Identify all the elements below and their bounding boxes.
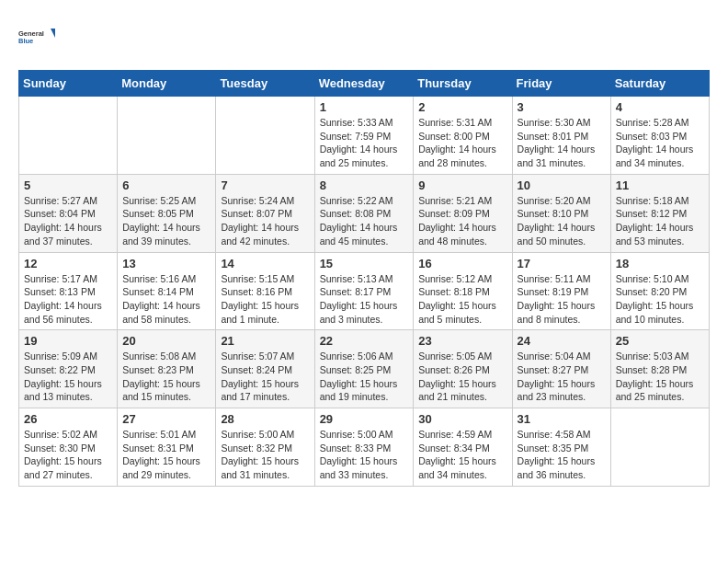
calendar-table: SundayMondayTuesdayWednesdayThursdayFrid…: [18, 70, 710, 487]
day-number: 31: [518, 412, 606, 426]
svg-marker-2: [51, 29, 55, 38]
day-info: Sunrise: 5:20 AM Sunset: 8:10 PM Dayligh…: [518, 194, 606, 248]
calendar-cell: 12Sunrise: 5:17 AM Sunset: 8:13 PM Dayli…: [19, 252, 118, 330]
calendar-cell: 7Sunrise: 5:24 AM Sunset: 8:07 PM Daylig…: [216, 174, 314, 252]
calendar-cell: 27Sunrise: 5:01 AM Sunset: 8:31 PM Dayli…: [118, 408, 216, 487]
calendar-cell: 11Sunrise: 5:18 AM Sunset: 8:12 PM Dayli…: [610, 174, 709, 252]
day-number: 5: [24, 178, 112, 192]
day-info: Sunrise: 5:17 AM Sunset: 8:13 PM Dayligh…: [24, 272, 112, 327]
calendar-cell: 20Sunrise: 5:08 AM Sunset: 8:23 PM Dayli…: [118, 330, 216, 408]
calendar-cell: [610, 408, 709, 487]
calendar-week-row: 5Sunrise: 5:27 AM Sunset: 8:04 PM Daylig…: [19, 174, 710, 252]
day-of-week-header: Saturday: [610, 71, 709, 97]
day-info: Sunrise: 5:15 AM Sunset: 8:16 PM Dayligh…: [221, 272, 309, 327]
page-header: General Blue: [18, 18, 710, 55]
day-info: Sunrise: 5:03 AM Sunset: 8:28 PM Dayligh…: [616, 350, 704, 404]
day-number: 10: [518, 178, 606, 192]
calendar-cell: [118, 97, 216, 175]
calendar-cell: 18Sunrise: 5:10 AM Sunset: 8:20 PM Dayli…: [610, 252, 709, 330]
svg-text:General: General: [18, 29, 44, 38]
calendar-cell: 5Sunrise: 5:27 AM Sunset: 8:04 PM Daylig…: [19, 174, 118, 252]
calendar-cell: 4Sunrise: 5:28 AM Sunset: 8:03 PM Daylig…: [610, 97, 709, 175]
day-number: 19: [24, 334, 112, 348]
calendar-cell: [19, 97, 118, 175]
day-number: 24: [518, 334, 606, 348]
day-info: Sunrise: 5:25 AM Sunset: 8:05 PM Dayligh…: [122, 194, 210, 248]
day-number: 29: [320, 412, 409, 426]
day-info: Sunrise: 5:09 AM Sunset: 8:22 PM Dayligh…: [24, 350, 112, 404]
day-number: 30: [418, 412, 506, 426]
day-info: Sunrise: 5:28 AM Sunset: 8:03 PM Dayligh…: [616, 116, 704, 170]
day-number: 7: [221, 178, 309, 192]
calendar-cell: 25Sunrise: 5:03 AM Sunset: 8:28 PM Dayli…: [610, 330, 709, 408]
svg-text:Blue: Blue: [18, 37, 33, 45]
calendar-cell: 30Sunrise: 4:59 AM Sunset: 8:34 PM Dayli…: [414, 408, 512, 487]
calendar-cell: 9Sunrise: 5:21 AM Sunset: 8:09 PM Daylig…: [414, 174, 512, 252]
calendar-cell: 17Sunrise: 5:11 AM Sunset: 8:19 PM Dayli…: [512, 252, 610, 330]
day-of-week-header: Sunday: [19, 71, 118, 97]
calendar-cell: 15Sunrise: 5:13 AM Sunset: 8:17 PM Dayli…: [314, 252, 414, 330]
day-of-week-header: Thursday: [414, 71, 512, 97]
day-number: 2: [418, 100, 506, 114]
calendar-cell: 14Sunrise: 5:15 AM Sunset: 8:16 PM Dayli…: [216, 252, 314, 330]
calendar-week-row: 12Sunrise: 5:17 AM Sunset: 8:13 PM Dayli…: [19, 252, 710, 330]
day-info: Sunrise: 5:22 AM Sunset: 8:08 PM Dayligh…: [320, 194, 409, 248]
day-number: 1: [320, 100, 409, 114]
day-number: 15: [320, 257, 409, 270]
day-number: 11: [616, 178, 704, 192]
calendar-cell: 2Sunrise: 5:31 AM Sunset: 8:00 PM Daylig…: [414, 97, 512, 175]
day-info: Sunrise: 5:33 AM Sunset: 7:59 PM Dayligh…: [320, 116, 409, 170]
logo: General Blue: [18, 18, 55, 55]
day-info: Sunrise: 5:11 AM Sunset: 8:19 PM Dayligh…: [518, 272, 606, 327]
day-number: 6: [122, 178, 210, 192]
day-number: 22: [320, 334, 409, 348]
calendar-week-row: 19Sunrise: 5:09 AM Sunset: 8:22 PM Dayli…: [19, 330, 710, 408]
calendar-cell: [216, 97, 314, 175]
calendar-cell: 23Sunrise: 5:05 AM Sunset: 8:26 PM Dayli…: [414, 330, 512, 408]
day-info: Sunrise: 5:08 AM Sunset: 8:23 PM Dayligh…: [122, 350, 210, 404]
day-info: Sunrise: 5:02 AM Sunset: 8:30 PM Dayligh…: [24, 428, 112, 482]
day-number: 17: [518, 257, 606, 270]
calendar-cell: 19Sunrise: 5:09 AM Sunset: 8:22 PM Dayli…: [19, 330, 118, 408]
day-number: 8: [320, 178, 409, 192]
day-number: 18: [616, 257, 704, 270]
day-info: Sunrise: 5:18 AM Sunset: 8:12 PM Dayligh…: [616, 194, 704, 248]
day-number: 25: [616, 334, 704, 348]
day-number: 16: [418, 257, 506, 270]
calendar-cell: 29Sunrise: 5:00 AM Sunset: 8:33 PM Dayli…: [314, 408, 414, 487]
calendar-cell: 10Sunrise: 5:20 AM Sunset: 8:10 PM Dayli…: [512, 174, 610, 252]
calendar-cell: 8Sunrise: 5:22 AM Sunset: 8:08 PM Daylig…: [314, 174, 414, 252]
calendar-week-row: 26Sunrise: 5:02 AM Sunset: 8:30 PM Dayli…: [19, 408, 710, 487]
day-info: Sunrise: 5:24 AM Sunset: 8:07 PM Dayligh…: [221, 194, 309, 248]
calendar-cell: 13Sunrise: 5:16 AM Sunset: 8:14 PM Dayli…: [118, 252, 216, 330]
calendar-cell: 6Sunrise: 5:25 AM Sunset: 8:05 PM Daylig…: [118, 174, 216, 252]
day-info: Sunrise: 5:21 AM Sunset: 8:09 PM Dayligh…: [418, 194, 506, 248]
day-info: Sunrise: 5:04 AM Sunset: 8:27 PM Dayligh…: [518, 350, 606, 404]
day-of-week-header: Tuesday: [216, 71, 314, 97]
day-info: Sunrise: 4:58 AM Sunset: 8:35 PM Dayligh…: [518, 428, 606, 482]
calendar-cell: 24Sunrise: 5:04 AM Sunset: 8:27 PM Dayli…: [512, 330, 610, 408]
day-number: 27: [122, 412, 210, 426]
day-info: Sunrise: 5:31 AM Sunset: 8:00 PM Dayligh…: [418, 116, 506, 170]
day-info: Sunrise: 5:06 AM Sunset: 8:25 PM Dayligh…: [320, 350, 409, 404]
calendar-cell: 28Sunrise: 5:00 AM Sunset: 8:32 PM Dayli…: [216, 408, 314, 487]
day-info: Sunrise: 4:59 AM Sunset: 8:34 PM Dayligh…: [418, 428, 506, 482]
calendar-cell: 22Sunrise: 5:06 AM Sunset: 8:25 PM Dayli…: [314, 330, 414, 408]
day-info: Sunrise: 5:10 AM Sunset: 8:20 PM Dayligh…: [616, 272, 704, 327]
calendar-header-row: SundayMondayTuesdayWednesdayThursdayFrid…: [19, 71, 710, 97]
calendar-cell: 1Sunrise: 5:33 AM Sunset: 7:59 PM Daylig…: [314, 97, 414, 175]
calendar-week-row: 1Sunrise: 5:33 AM Sunset: 7:59 PM Daylig…: [19, 97, 710, 175]
day-of-week-header: Wednesday: [314, 71, 414, 97]
day-number: 12: [24, 257, 112, 270]
day-info: Sunrise: 5:07 AM Sunset: 8:24 PM Dayligh…: [221, 350, 309, 404]
day-info: Sunrise: 5:05 AM Sunset: 8:26 PM Dayligh…: [418, 350, 506, 404]
calendar-cell: 26Sunrise: 5:02 AM Sunset: 8:30 PM Dayli…: [19, 408, 118, 487]
day-info: Sunrise: 5:00 AM Sunset: 8:32 PM Dayligh…: [221, 428, 309, 482]
calendar-cell: 16Sunrise: 5:12 AM Sunset: 8:18 PM Dayli…: [414, 252, 512, 330]
day-info: Sunrise: 5:12 AM Sunset: 8:18 PM Dayligh…: [418, 272, 506, 327]
day-number: 3: [518, 100, 606, 114]
calendar-cell: 3Sunrise: 5:30 AM Sunset: 8:01 PM Daylig…: [512, 97, 610, 175]
logo-svg: General Blue: [18, 18, 55, 55]
day-number: 21: [221, 334, 309, 348]
day-number: 4: [616, 100, 704, 114]
